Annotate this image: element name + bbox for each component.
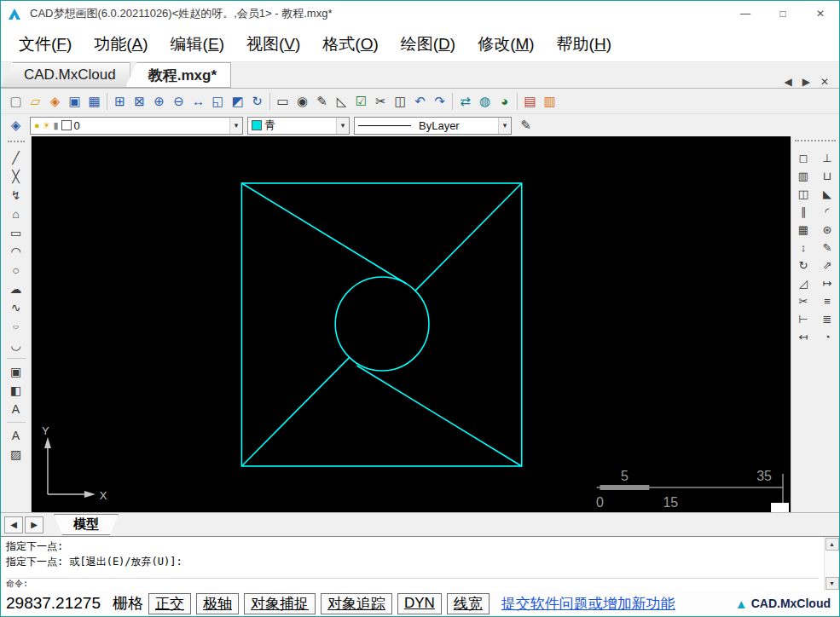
modify-erase-icon[interactable]: ◻: [792, 149, 814, 167]
match-properties-icon[interactable]: ✎: [516, 116, 536, 136]
diagonal-lower-segment[interactable]: [241, 358, 349, 466]
maximize-button[interactable]: □: [764, 1, 802, 26]
select-icon[interactable]: ▭: [273, 91, 293, 111]
insert-block-icon[interactable]: ▣: [5, 362, 27, 381]
toggle-otrack[interactable]: 对象追踪: [321, 593, 392, 614]
layer-combo-dropdown-icon[interactable]: ▾: [229, 118, 242, 134]
draw-ellipse-arc-icon[interactable]: ◡: [5, 336, 27, 355]
zoom-window-icon[interactable]: ⊞: [110, 91, 130, 111]
cloud-open-icon[interactable]: ◈: [45, 91, 65, 111]
regen-icon[interactable]: ↻: [247, 91, 267, 111]
layer-manager-icon[interactable]: ◈: [6, 116, 26, 136]
draw-arc-icon[interactable]: ◠: [5, 242, 27, 261]
layer-combo[interactable]: ● ☀ ▮ 0 ▾: [30, 117, 243, 135]
modify-stretch-icon[interactable]: ⇗: [816, 257, 838, 274]
tab-scroll-right-icon[interactable]: ▶: [802, 76, 810, 88]
menu-view[interactable]: 视图(V): [235, 33, 311, 55]
tangent-from-top-left[interactable]: [241, 183, 406, 284]
layout-next-button[interactable]: ▶: [25, 516, 43, 533]
toggle-dyn[interactable]: DYN: [397, 593, 442, 614]
diagonal-upper-segment[interactable]: [415, 183, 522, 291]
draw-polyline-icon[interactable]: ↯: [5, 186, 27, 205]
draw-circle-icon[interactable]: ○: [5, 261, 27, 280]
draw-xline-icon[interactable]: ╳: [5, 167, 27, 186]
modify-join-icon[interactable]: ⊔: [816, 167, 838, 185]
undo-icon[interactable]: ↶: [410, 91, 430, 111]
command-input[interactable]: 命令:: [6, 578, 819, 589]
make-block-icon[interactable]: ◧: [5, 381, 27, 400]
model-tab[interactable]: 模型: [54, 514, 119, 535]
color-combo[interactable]: 青 ▾: [247, 117, 350, 135]
save-icon[interactable]: ▣: [65, 91, 84, 111]
modify-lengthen-icon[interactable]: ↦: [816, 274, 838, 292]
draw-polygon-icon[interactable]: ⌂: [5, 205, 27, 223]
draw-revcloud-icon[interactable]: ☁: [5, 280, 27, 298]
modify-extend-icon[interactable]: ⊢: [792, 310, 814, 328]
feedback-link[interactable]: 提交软件问题或增加新功能: [501, 594, 675, 614]
modify-fillet-icon[interactable]: ◜: [816, 203, 838, 221]
dim-linear-icon[interactable]: ↤: [792, 328, 814, 346]
zoom-out-icon[interactable]: ⊖: [169, 91, 188, 111]
modify-align-icon[interactable]: ≡: [816, 292, 838, 310]
minimize-button[interactable]: —: [727, 1, 764, 26]
toggle-polar[interactable]: 极轴: [196, 593, 239, 614]
modify-trim-icon[interactable]: ✂: [792, 292, 814, 310]
hatch-icon[interactable]: ▨: [5, 445, 27, 464]
toggle-ortho[interactable]: 正交: [148, 593, 191, 614]
export-image-icon[interactable]: ▥: [540, 91, 559, 111]
linetype-combo-dropdown-icon[interactable]: ▾: [498, 118, 511, 134]
modify-chamfer-icon[interactable]: ◣: [816, 185, 838, 203]
menu-function[interactable]: 功能(A): [83, 33, 159, 55]
new-file-icon[interactable]: ▢: [6, 91, 26, 111]
tangent-from-bottom-right[interactable]: [357, 366, 522, 466]
tab-scroll-left-icon[interactable]: ◀: [784, 76, 791, 88]
modify-scale-icon[interactable]: ◿: [792, 274, 814, 292]
modify-copy-icon[interactable]: ▥: [792, 167, 814, 185]
canvas-svg[interactable]: X Y 5 35 0 15: [32, 136, 791, 512]
modify-move-icon[interactable]: ↕: [792, 239, 814, 257]
command-history[interactable]: 指定下一点: 指定下一点: 或[退出(E)/放弃(U)]: 命令:: [1, 537, 824, 591]
tab-tutorial-file[interactable]: 教程.mxg*: [125, 62, 231, 88]
drawing-canvas[interactable]: X Y 5 35 0 15: [32, 136, 791, 512]
zoom-all-icon[interactable]: ◩: [228, 91, 247, 111]
pen-icon[interactable]: ✎: [312, 91, 332, 111]
inscribed-circle[interactable]: [335, 277, 429, 371]
modify-explode-icon[interactable]: ⊛: [816, 221, 838, 239]
menu-edit[interactable]: 编辑(E): [159, 33, 235, 55]
dimension-icon[interactable]: ◺: [332, 91, 351, 111]
zoom-in-icon[interactable]: ⊕: [149, 91, 169, 111]
web-icon[interactable]: ◍: [475, 91, 495, 111]
export-pdf-icon[interactable]: ▤: [520, 91, 540, 111]
magnify-icon[interactable]: ◉: [293, 91, 312, 111]
modify-properties-icon[interactable]: ≣: [816, 310, 838, 328]
draw-ellipse-icon[interactable]: ○: [5, 321, 27, 332]
compass-icon[interactable]: ◕: [495, 91, 514, 111]
modify-mirror-icon[interactable]: ◫: [792, 185, 814, 203]
menu-format[interactable]: 格式(O): [311, 33, 389, 55]
toolbar-gripper[interactable]: [8, 141, 25, 145]
erase-icon[interactable]: ◫: [391, 91, 410, 111]
color-combo-dropdown-icon[interactable]: ▾: [336, 118, 349, 134]
linetype-combo[interactable]: ByLayer ▾: [354, 117, 512, 135]
toggle-lineweight[interactable]: 线宽: [447, 593, 490, 614]
command-scrollbar[interactable]: ▲ ▼: [824, 537, 839, 591]
modify-break-icon[interactable]: ⊥: [816, 149, 838, 167]
toolbar-gripper[interactable]: [795, 140, 836, 147]
close-button[interactable]: ✕: [802, 1, 839, 26]
menu-help[interactable]: 帮助(H): [546, 33, 623, 55]
cloud-sync-icon[interactable]: ⇄: [455, 91, 475, 111]
cut-icon[interactable]: ✂: [371, 91, 391, 111]
menu-draw[interactable]: 绘图(D): [390, 33, 466, 55]
draw-line-icon[interactable]: ╱: [5, 148, 27, 167]
scroll-down-icon[interactable]: ▼: [826, 577, 839, 590]
draw-rectangle-icon[interactable]: ▭: [5, 223, 27, 242]
toggle-grid[interactable]: 栅格: [113, 593, 143, 614]
layout-prev-button[interactable]: ◀: [4, 516, 23, 533]
modify-array-icon[interactable]: ▦: [792, 221, 814, 239]
zoom-dynamic-icon[interactable]: ⊠: [130, 91, 149, 111]
modify-rotate-icon[interactable]: ↻: [792, 257, 814, 274]
check-icon[interactable]: ☑: [351, 91, 371, 111]
scroll-up-icon[interactable]: ▲: [826, 538, 839, 551]
menu-modify[interactable]: 修改(M): [466, 33, 545, 55]
tab-cad-mxcloud[interactable]: CAD.MxCloud: [1, 62, 130, 88]
